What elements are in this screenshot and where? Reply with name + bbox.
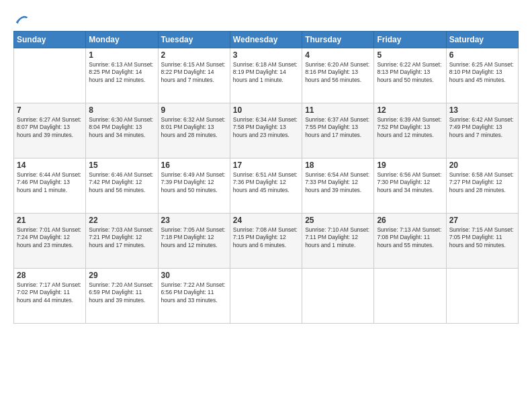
day-cell: 12Sunrise: 6:39 AM Sunset: 7:52 PM Dayli… [374, 103, 446, 158]
day-info: Sunrise: 6:46 AM Sunset: 7:42 PM Dayligh… [89, 171, 154, 194]
day-cell: 3Sunrise: 6:18 AM Sunset: 8:19 PM Daylig… [230, 48, 302, 103]
day-info: Sunrise: 7:17 AM Sunset: 7:02 PM Dayligh… [17, 281, 83, 304]
day-number: 24 [233, 216, 299, 225]
day-cell: 30Sunrise: 7:22 AM Sunset: 6:56 PM Dayli… [158, 269, 230, 324]
week-row-3: 14Sunrise: 6:44 AM Sunset: 7:46 PM Dayli… [14, 158, 519, 214]
col-header-sunday: Sunday [14, 32, 86, 48]
day-info: Sunrise: 7:01 AM Sunset: 7:24 PM Dayligh… [17, 226, 83, 249]
day-number: 9 [161, 105, 227, 115]
day-cell: 17Sunrise: 6:51 AM Sunset: 7:36 PM Dayli… [230, 158, 302, 214]
day-cell: 9Sunrise: 6:32 AM Sunset: 8:01 PM Daylig… [158, 103, 230, 158]
day-info: Sunrise: 6:20 AM Sunset: 8:16 PM Dayligh… [305, 61, 371, 84]
day-number: 5 [377, 50, 443, 60]
day-number: 11 [305, 105, 371, 115]
day-number: 7 [17, 105, 83, 115]
day-info: Sunrise: 7:15 AM Sunset: 7:05 PM Dayligh… [449, 226, 515, 249]
day-cell: 29Sunrise: 7:20 AM Sunset: 6:59 PM Dayli… [86, 269, 158, 324]
col-header-wednesday: Wednesday [230, 32, 302, 48]
day-number: 2 [161, 50, 227, 60]
day-info: Sunrise: 6:30 AM Sunset: 8:04 PM Dayligh… [89, 116, 154, 139]
day-number: 28 [17, 271, 83, 280]
day-info: Sunrise: 6:15 AM Sunset: 8:22 PM Dayligh… [161, 61, 227, 84]
week-row-5: 28Sunrise: 7:17 AM Sunset: 7:02 PM Dayli… [14, 269, 519, 324]
day-info: Sunrise: 6:39 AM Sunset: 7:52 PM Dayligh… [377, 116, 443, 139]
day-info: Sunrise: 7:03 AM Sunset: 7:21 PM Dayligh… [89, 226, 154, 249]
day-number: 12 [377, 105, 443, 115]
day-cell [14, 48, 86, 103]
calendar-table: SundayMondayTuesdayWednesdayThursdayFrid… [13, 31, 519, 324]
day-cell [302, 269, 374, 324]
day-info: Sunrise: 7:13 AM Sunset: 7:08 PM Dayligh… [377, 226, 443, 249]
day-number: 6 [449, 50, 515, 60]
day-cell: 11Sunrise: 6:37 AM Sunset: 7:55 PM Dayli… [302, 103, 374, 158]
day-info: Sunrise: 7:10 AM Sunset: 7:11 PM Dayligh… [305, 226, 371, 249]
day-cell: 22Sunrise: 7:03 AM Sunset: 7:21 PM Dayli… [86, 214, 158, 269]
page-container: SundayMondayTuesdayWednesdayThursdayFrid… [0, 0, 532, 411]
logo [13, 12, 31, 26]
day-info: Sunrise: 6:13 AM Sunset: 8:25 PM Dayligh… [89, 61, 154, 84]
day-info: Sunrise: 7:20 AM Sunset: 6:59 PM Dayligh… [89, 281, 154, 304]
col-header-tuesday: Tuesday [158, 32, 230, 48]
day-cell: 13Sunrise: 6:42 AM Sunset: 7:49 PM Dayli… [446, 103, 518, 158]
day-cell [446, 269, 518, 324]
day-cell: 8Sunrise: 6:30 AM Sunset: 8:04 PM Daylig… [86, 103, 158, 158]
day-cell: 23Sunrise: 7:05 AM Sunset: 7:18 PM Dayli… [158, 214, 230, 269]
day-cell: 24Sunrise: 7:08 AM Sunset: 7:15 PM Dayli… [230, 214, 302, 269]
day-cell: 19Sunrise: 6:56 AM Sunset: 7:30 PM Dayli… [374, 158, 446, 214]
day-number: 1 [89, 50, 154, 60]
header-row: SundayMondayTuesdayWednesdayThursdayFrid… [14, 32, 519, 48]
day-number: 16 [161, 161, 227, 170]
day-cell: 10Sunrise: 6:34 AM Sunset: 7:58 PM Dayli… [230, 103, 302, 158]
day-number: 22 [89, 216, 154, 225]
day-info: Sunrise: 6:42 AM Sunset: 7:49 PM Dayligh… [449, 116, 515, 139]
day-number: 29 [89, 271, 154, 280]
day-cell: 27Sunrise: 7:15 AM Sunset: 7:05 PM Dayli… [446, 214, 518, 269]
day-number: 19 [377, 161, 443, 170]
day-cell [230, 269, 302, 324]
logo-bird-icon [15, 12, 31, 26]
day-number: 17 [233, 161, 299, 170]
day-info: Sunrise: 7:22 AM Sunset: 6:56 PM Dayligh… [161, 281, 227, 304]
day-info: Sunrise: 6:27 AM Sunset: 8:07 PM Dayligh… [17, 116, 83, 139]
day-info: Sunrise: 6:51 AM Sunset: 7:36 PM Dayligh… [233, 171, 299, 194]
day-cell: 16Sunrise: 6:49 AM Sunset: 7:39 PM Dayli… [158, 158, 230, 214]
day-number: 14 [17, 161, 83, 170]
day-number: 15 [89, 161, 154, 170]
day-info: Sunrise: 6:37 AM Sunset: 7:55 PM Dayligh… [305, 116, 371, 139]
col-header-friday: Friday [374, 32, 446, 48]
day-number: 21 [17, 216, 83, 225]
day-number: 10 [233, 105, 299, 115]
day-number: 27 [449, 216, 515, 225]
day-cell: 26Sunrise: 7:13 AM Sunset: 7:08 PM Dayli… [374, 214, 446, 269]
day-info: Sunrise: 6:34 AM Sunset: 7:58 PM Dayligh… [233, 116, 299, 139]
day-info: Sunrise: 6:25 AM Sunset: 8:10 PM Dayligh… [449, 61, 515, 84]
day-info: Sunrise: 6:56 AM Sunset: 7:30 PM Dayligh… [377, 171, 443, 194]
day-info: Sunrise: 6:44 AM Sunset: 7:46 PM Dayligh… [17, 171, 83, 194]
day-number: 30 [161, 271, 227, 280]
day-cell [374, 269, 446, 324]
day-number: 25 [305, 216, 371, 225]
day-cell: 25Sunrise: 7:10 AM Sunset: 7:11 PM Dayli… [302, 214, 374, 269]
day-info: Sunrise: 6:22 AM Sunset: 8:13 PM Dayligh… [377, 61, 443, 84]
day-number: 18 [305, 161, 371, 170]
day-info: Sunrise: 6:58 AM Sunset: 7:27 PM Dayligh… [449, 171, 515, 194]
day-cell: 4Sunrise: 6:20 AM Sunset: 8:16 PM Daylig… [302, 48, 374, 103]
day-number: 4 [305, 50, 371, 60]
day-number: 23 [161, 216, 227, 225]
day-info: Sunrise: 6:18 AM Sunset: 8:19 PM Dayligh… [233, 61, 299, 84]
day-info: Sunrise: 6:32 AM Sunset: 8:01 PM Dayligh… [161, 116, 227, 139]
week-row-1: 1Sunrise: 6:13 AM Sunset: 8:25 PM Daylig… [14, 48, 519, 103]
col-header-monday: Monday [86, 32, 158, 48]
day-number: 3 [233, 50, 299, 60]
day-cell: 28Sunrise: 7:17 AM Sunset: 7:02 PM Dayli… [14, 269, 86, 324]
day-cell: 2Sunrise: 6:15 AM Sunset: 8:22 PM Daylig… [158, 48, 230, 103]
week-row-4: 21Sunrise: 7:01 AM Sunset: 7:24 PM Dayli… [14, 214, 519, 269]
day-cell: 6Sunrise: 6:25 AM Sunset: 8:10 PM Daylig… [446, 48, 518, 103]
day-info: Sunrise: 6:49 AM Sunset: 7:39 PM Dayligh… [161, 171, 227, 194]
day-info: Sunrise: 6:54 AM Sunset: 7:33 PM Dayligh… [305, 171, 371, 194]
day-cell: 7Sunrise: 6:27 AM Sunset: 8:07 PM Daylig… [14, 103, 86, 158]
day-cell: 14Sunrise: 6:44 AM Sunset: 7:46 PM Dayli… [14, 158, 86, 214]
day-info: Sunrise: 7:05 AM Sunset: 7:18 PM Dayligh… [161, 226, 227, 249]
day-number: 8 [89, 105, 154, 115]
day-number: 26 [377, 216, 443, 225]
